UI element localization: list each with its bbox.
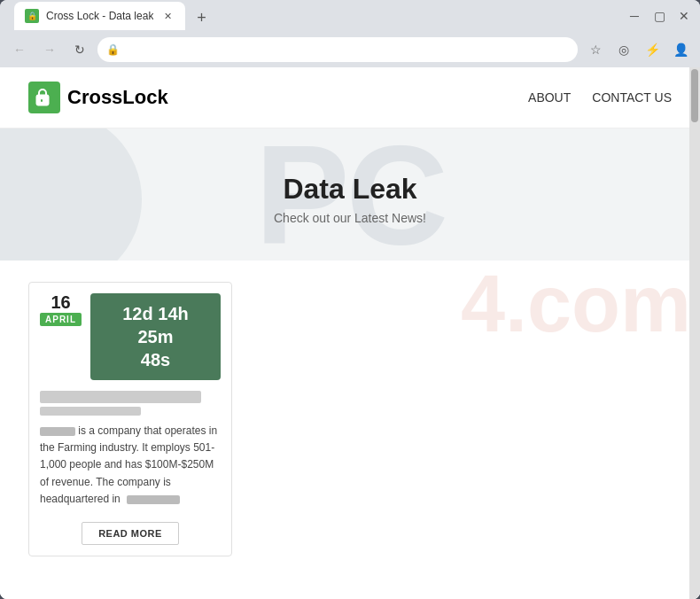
hero-title: Data Leak	[28, 173, 672, 206]
card-description-text: is a company that operates in the Farmin…	[40, 424, 217, 505]
read-more-button[interactable]: READ MORE	[82, 522, 179, 545]
close-button[interactable]: ✕	[675, 9, 693, 23]
forward-button[interactable]: →	[37, 37, 62, 62]
minimize-button[interactable]: ─	[626, 9, 643, 23]
hero-subtitle: Check out our Latest News!	[28, 211, 672, 225]
nav-about[interactable]: ABOUT	[528, 90, 571, 105]
card-date-row: 16 APRIL 12d 14h 25m48s	[29, 283, 231, 380]
redacted-location	[127, 495, 180, 504]
redacted-company-name	[40, 427, 75, 436]
countdown-timer: 12d 14h 25m48s	[90, 293, 221, 380]
browser-frame: 🔒 Cross Lock - Data leak ✕ + ─ ▢ ✕ ← → ↻…	[0, 0, 700, 599]
active-tab[interactable]: 🔒 Cross Lock - Data leak ✕	[14, 2, 185, 30]
date-day: 16	[51, 293, 70, 311]
nav-contact[interactable]: CONTACT US	[592, 90, 672, 105]
nav-bar: ← → ↻ 🔒 ☆ ◎ ⚡ 👤	[0, 32, 700, 67]
tab-favicon: 🔒	[25, 9, 39, 23]
svg-rect-1	[41, 99, 43, 102]
page-inner: CrossLock ABOUT CONTACT US PC Data Leak …	[0, 67, 700, 599]
nav-icons: ☆ ◎ ⚡ 👤	[583, 37, 693, 62]
reload-button[interactable]: ↻	[67, 37, 92, 62]
extensions-icon[interactable]: ⚡	[640, 37, 665, 62]
title-bar: 🔒 Cross Lock - Data leak ✕ + ─ ▢ ✕	[0, 0, 700, 32]
logo-icon	[28, 82, 60, 113]
content-area: 4.com 16 APRIL 12d 14h 25m48s is a compa…	[0, 261, 700, 578]
tab-bar: 🔒 Cross Lock - Data leak ✕ +	[7, 2, 221, 30]
leak-card: 16 APRIL 12d 14h 25m48s is a company tha…	[28, 282, 232, 556]
address-bar[interactable]: 🔒	[97, 37, 578, 62]
back-button[interactable]: ←	[7, 37, 32, 62]
site-logo: CrossLock	[28, 82, 168, 113]
site-header: CrossLock ABOUT CONTACT US	[0, 67, 700, 128]
maximize-button[interactable]: ▢	[650, 9, 668, 23]
bookmark-icon[interactable]: ☆	[583, 37, 608, 62]
logo-text: CrossLock	[67, 86, 168, 109]
date-badge: 16 APRIL	[40, 293, 82, 326]
window-controls: ─ ▢ ✕	[626, 9, 693, 23]
tab-close-button[interactable]: ✕	[160, 9, 175, 23]
hero-section: PC Data Leak Check out our Latest News!	[0, 128, 700, 261]
profile-icon[interactable]: 👤	[668, 37, 693, 62]
shield-icon[interactable]: ◎	[611, 37, 636, 62]
tab-title: Cross Lock - Data leak	[46, 10, 153, 22]
card-company-name-sm-redacted	[40, 407, 141, 416]
content-watermark: 4.com	[461, 261, 691, 348]
page-content: CrossLock ABOUT CONTACT US PC Data Leak …	[0, 67, 700, 599]
scrollbar-thumb[interactable]	[691, 69, 698, 122]
new-tab-button[interactable]: +	[189, 5, 214, 30]
card-description: is a company that operates in the Farmin…	[29, 423, 231, 508]
scrollbar-track[interactable]	[689, 67, 700, 599]
date-month: APRIL	[40, 313, 82, 326]
card-footer: READ MORE	[29, 508, 231, 556]
site-nav: ABOUT CONTACT US	[528, 90, 672, 105]
card-company-name-redacted	[40, 391, 201, 403]
